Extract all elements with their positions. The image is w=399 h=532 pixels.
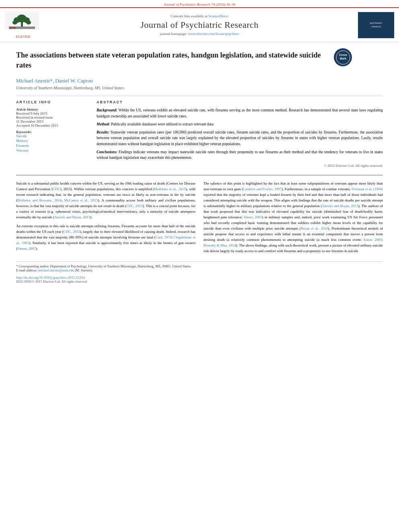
svg-rect-9 [12, 27, 13, 29]
keyword-suicide[interactable]: Suicide [16, 134, 88, 138]
body-para1-left: Suicide is a substantial public health c… [16, 181, 195, 220]
mccarten-link[interactable]: McCarten et al., 2015 [64, 198, 98, 202]
sciencedirect-line: Contents lists available at ScienceDirec… [45, 14, 354, 18]
joiner-link-2[interactable]: Joiner, 2005 [363, 238, 382, 242]
crossmark-badge[interactable]: Cross Mark [334, 48, 352, 66]
svg-rect-8 [10, 27, 11, 29]
anestis-bryan-link-1[interactable]: Anestis and Bryan, 2013 [54, 215, 90, 219]
abstract-results: Results: Statewide veteran population ra… [97, 129, 383, 147]
svg-text:Cross: Cross [339, 53, 347, 56]
elsevier-label: ELSEVIER [5, 35, 41, 39]
article-title: The associations between state veteran p… [16, 50, 330, 70]
email-line: E-mail address: michael.anestis@usm.edu … [16, 268, 383, 272]
journal-homepage: journal homepage: www.elsevier.com/locat… [45, 32, 354, 36]
anestis-bryan-link-2[interactable]: Anestis and Bryan, 2013 [322, 204, 358, 208]
article-history: Article history: Received 9 July 2015 Re… [16, 107, 88, 127]
journal-title: Journal of Psychiatric Research [45, 20, 354, 30]
info-abstract-section: Article Info Article history: Received 9… [16, 100, 383, 168]
journal-citation: Journal of Psychiatric Research 74 (2016… [0, 0, 399, 7]
svg-text:Mark: Mark [339, 57, 346, 60]
doi-link[interactable]: http://dx.doi.org/10.1016/j.jpsychires.2… [16, 275, 85, 279]
keywords-list: Suicide Military Firearms Veterans [16, 134, 88, 152]
elsevier-logo-icon [5, 11, 39, 33]
cdc-link-1[interactable]: CDC [53, 187, 60, 191]
body-para2-left: An extreme exception to this rule is sui… [16, 224, 195, 252]
results-text: Statewide veteran population rates (per … [97, 130, 383, 146]
crossmark-icon: Cross Mark [336, 50, 350, 65]
keyword-military[interactable]: Military [16, 139, 88, 143]
svg-point-5 [12, 21, 17, 25]
card-link[interactable]: Card, 1974 [155, 235, 171, 239]
body-para1-right: The salience of this point is highlighte… [204, 181, 383, 254]
keyword-firearms[interactable]: Firearms [16, 144, 88, 148]
journal-header: ELSEVIER Contents lists available at Sci… [0, 7, 399, 42]
rights-line: 0022-3956/© 2015 Elsevier Ltd. All right… [16, 279, 383, 283]
corresponding-author-note: * Corresponding author. Department of Ps… [16, 264, 383, 268]
paper-content: The associations between state veteran p… [0, 42, 399, 292]
article-info-panel: Article Info Article history: Received 9… [16, 100, 88, 168]
hoffmire-bossarte-link[interactable]: Hoffmire and Bossarte, 2014 [17, 198, 62, 202]
background-text: Within the US, veterans exhibit an eleva… [97, 108, 383, 118]
freeman-link[interactable]: Freeman et al. (1994) [352, 187, 383, 191]
article-info-heading: Article Info [16, 100, 88, 104]
cdc-link-3[interactable]: CDC, 2015 [64, 230, 80, 234]
hoffmire-link[interactable]: Hoffmire et al., 2015 [154, 187, 185, 191]
authors: Michael Anestis*, Daniel W. Capron [16, 78, 383, 84]
abstract-panel: Abstract Background: Within the US, vete… [97, 100, 383, 168]
simon-link[interactable]: Simon, 2007 [17, 246, 36, 251]
keywords-label: Keywords: [16, 130, 88, 134]
keywords-section: Keywords: Suicide Military Firearms Vete… [16, 130, 88, 152]
doi-line: http://dx.doi.org/10.1016/j.jpsychires.2… [16, 275, 383, 279]
conclusions-label: Conclusions: [97, 150, 117, 154]
body-section: Suicide is a substantial public health c… [16, 175, 383, 257]
journal-header-center: Contents lists available at ScienceDirec… [45, 14, 354, 36]
footnote-section: * Corresponding author. Department of Ps… [16, 261, 383, 283]
journal-thumbnail: psychiatricresearch [358, 12, 394, 38]
copyright-line: © 2015 Elsevier Ltd. All rights reserved… [97, 164, 383, 168]
affiliation: University of Southern Mississippi, Hatt… [16, 86, 383, 90]
corresponding-text: Department of Psychology, University of … [50, 264, 191, 268]
elsevier-logo-area: ELSEVIER [5, 11, 41, 39]
conclusions-text: Findings indicate veterans may impact st… [97, 150, 383, 160]
abstract-heading: Abstract [97, 100, 383, 104]
revised-date: Received in revised form 11 December 201… [16, 115, 88, 123]
accepted-date: Accepted 16 December 2015 [16, 123, 88, 127]
header-divider [16, 96, 383, 96]
sciencedirect-link[interactable]: ScienceDirect [208, 14, 228, 18]
abstract-method: Method: Publically available databases w… [97, 121, 383, 127]
klonsky-link[interactable]: Klonsky & May, 2014 [204, 243, 236, 247]
keyword-veterans[interactable]: Veterans [16, 148, 88, 152]
lambert-fowler-link[interactable]: Lambert and Fowler, 1997 [243, 187, 282, 191]
svg-rect-10 [14, 27, 15, 29]
background-label: Background: [97, 108, 117, 112]
email-suffix: (M. Anestis). [75, 268, 93, 272]
body-col-right: The salience of this point is highlighte… [204, 181, 383, 257]
journal-thumbnail-text: psychiatricresearch [370, 21, 383, 29]
abstract-background: Background: Within the US, veterans exhi… [97, 107, 383, 119]
body-col-left: Suicide is a substantial public health c… [16, 181, 195, 257]
joiner-link-1[interactable]: Joiner, 2005 [244, 215, 262, 219]
corresponding-star: * Corresponding author. [16, 264, 49, 268]
email-label: E-mail address: [16, 268, 37, 272]
svg-point-6 [26, 21, 31, 25]
history-label: Article history: [16, 107, 88, 111]
results-label: Results: [97, 130, 109, 134]
abstract-conclusions: Conclusions: Findings indicate veterans … [97, 149, 383, 161]
received-date: Received 9 July 2015 [16, 111, 88, 115]
method-text: Publically available databases were util… [111, 122, 214, 126]
method-label: Method: [97, 122, 110, 126]
journal-homepage-link[interactable]: www.elsevier.com/locate/psychires [188, 32, 239, 36]
cdc-link-2[interactable]: CDC, 2015 [126, 204, 143, 208]
bryan-link[interactable]: Bryan et al., 2010 [301, 226, 328, 230]
email-link[interactable]: michael.anestis@usm.edu [38, 268, 74, 272]
